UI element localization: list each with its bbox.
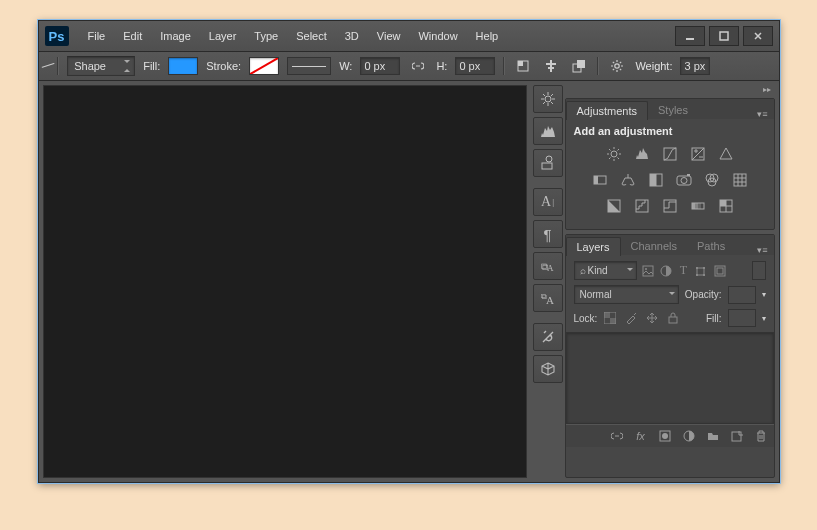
layers-list[interactable]	[566, 332, 774, 424]
tab-channels[interactable]: Channels	[621, 237, 687, 255]
height-input[interactable]: 0 px	[455, 57, 495, 75]
fill-input[interactable]	[728, 309, 756, 327]
svg-rect-1	[720, 32, 728, 40]
filter-smart-icon[interactable]	[713, 264, 727, 278]
svg-rect-5	[546, 63, 556, 65]
vibrance-icon[interactable]	[717, 145, 735, 163]
lock-label: Lock:	[574, 313, 598, 324]
panel-menu-icon[interactable]: ▾≡	[751, 109, 773, 119]
svg-rect-4	[550, 60, 552, 72]
dock-navigator-icon[interactable]	[533, 85, 563, 113]
blend-mode-dropdown[interactable]: Normal	[574, 285, 679, 304]
lock-transparency-icon[interactable]	[603, 311, 617, 325]
curves-icon[interactable]	[661, 145, 679, 163]
new-group-icon[interactable]	[706, 429, 720, 443]
dock-parastyles-icon[interactable]: ⧉A	[533, 284, 563, 312]
tab-paths[interactable]: Paths	[687, 237, 735, 255]
height-label: H:	[436, 60, 447, 72]
dock-charstyles-icon[interactable]: ⧉A	[533, 252, 563, 280]
tab-styles[interactable]: Styles	[648, 101, 698, 119]
lock-position-icon[interactable]	[645, 311, 659, 325]
svg-rect-3	[518, 61, 523, 66]
photofilter-icon[interactable]	[675, 171, 693, 189]
svg-rect-37	[698, 203, 701, 209]
dock-info-icon[interactable]	[533, 149, 563, 177]
menu-window[interactable]: Window	[409, 26, 466, 46]
bw-icon[interactable]	[647, 171, 665, 189]
panel-header: Adjustments Styles ▾≡	[566, 99, 774, 119]
link-wh-icon[interactable]	[408, 57, 428, 75]
brightness-icon[interactable]	[605, 145, 623, 163]
new-adjustment-icon[interactable]	[682, 429, 696, 443]
levels-icon[interactable]	[633, 145, 651, 163]
panel-menu-icon[interactable]: ▾≡	[751, 245, 773, 255]
filter-kind-dropdown[interactable]: ⌕Kind	[574, 261, 637, 280]
svg-rect-21	[594, 176, 598, 184]
close-button[interactable]	[743, 26, 773, 46]
lock-all-icon[interactable]	[666, 311, 680, 325]
svg-rect-57	[732, 432, 741, 441]
svg-rect-45	[703, 267, 705, 269]
layer-mask-icon[interactable]	[658, 429, 672, 443]
delete-layer-icon[interactable]	[754, 429, 768, 443]
menu-edit[interactable]: Edit	[114, 26, 151, 46]
menu-file[interactable]: File	[79, 26, 115, 46]
dock-paragraph-icon[interactable]: ¶	[533, 220, 563, 248]
svg-rect-51	[610, 318, 616, 324]
separator	[57, 57, 59, 75]
width-input[interactable]: 0 px	[360, 57, 400, 75]
layer-fx-icon[interactable]: fx	[634, 429, 648, 443]
stroke-swatch[interactable]	[249, 57, 279, 75]
weight-label: Weight:	[635, 60, 672, 72]
svg-rect-35	[692, 203, 695, 209]
collapse-arrow[interactable]: ▸▸	[565, 85, 775, 94]
menu-view[interactable]: View	[368, 26, 410, 46]
menu-3d[interactable]: 3D	[336, 26, 368, 46]
hue-icon[interactable]	[591, 171, 609, 189]
ps-logo: Ps	[45, 26, 69, 46]
filter-type-icon[interactable]: T	[677, 264, 691, 278]
menu-help[interactable]: Help	[467, 26, 508, 46]
lock-pixels-icon[interactable]	[624, 311, 638, 325]
minimize-button[interactable]	[675, 26, 705, 46]
dock-tools-icon[interactable]	[533, 323, 563, 351]
colorlookup-icon[interactable]	[731, 171, 749, 189]
stroke-width-preview[interactable]	[287, 57, 331, 75]
menu-select[interactable]: Select	[287, 26, 336, 46]
invert-icon[interactable]	[605, 197, 623, 215]
exposure-icon[interactable]	[689, 145, 707, 163]
tab-adjustments[interactable]: Adjustments	[566, 101, 649, 120]
opacity-input[interactable]	[728, 286, 756, 304]
weight-input[interactable]: 3 px	[680, 57, 710, 75]
dock-histogram-icon[interactable]	[533, 117, 563, 145]
menu-image[interactable]: Image	[151, 26, 200, 46]
channelmixer-icon[interactable]	[703, 171, 721, 189]
menu-type[interactable]: Type	[245, 26, 287, 46]
link-layers-icon[interactable]	[610, 429, 624, 443]
path-ops-icon[interactable]	[513, 57, 533, 75]
selectivecolor-icon[interactable]	[717, 197, 735, 215]
filter-pixel-icon[interactable]	[641, 264, 655, 278]
svg-rect-6	[548, 67, 554, 69]
maximize-button[interactable]	[709, 26, 739, 46]
filter-toggle[interactable]	[752, 261, 766, 280]
colorbalance-icon[interactable]	[619, 171, 637, 189]
new-layer-icon[interactable]	[730, 429, 744, 443]
arrange-icon[interactable]	[569, 57, 589, 75]
filter-adjustment-icon[interactable]	[659, 264, 673, 278]
dock-3d-icon[interactable]	[533, 355, 563, 383]
svg-rect-0	[686, 38, 694, 40]
tab-layers[interactable]: Layers	[566, 237, 621, 256]
gear-icon[interactable]	[607, 57, 627, 75]
align-icon[interactable]	[541, 57, 561, 75]
canvas-area[interactable]	[43, 85, 527, 478]
threshold-icon[interactable]	[661, 197, 679, 215]
posterize-icon[interactable]	[633, 197, 651, 215]
dock-character-icon[interactable]: A|	[533, 188, 563, 216]
shape-mode-dropdown[interactable]: Shape	[67, 56, 135, 76]
gradientmap-icon[interactable]	[689, 197, 707, 215]
svg-point-10	[545, 96, 551, 102]
fill-swatch[interactable]	[168, 57, 198, 75]
filter-shape-icon[interactable]	[695, 264, 709, 278]
menu-layer[interactable]: Layer	[200, 26, 246, 46]
